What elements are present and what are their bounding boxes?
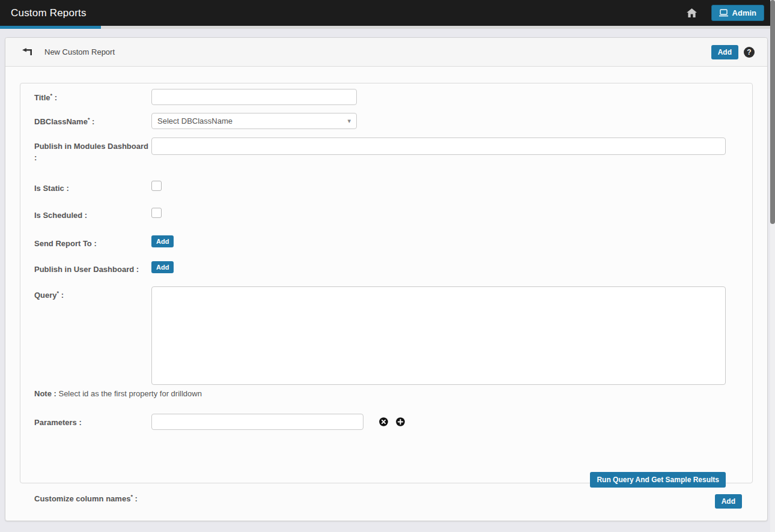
top-bar: Custom Reports Admin bbox=[0, 0, 770, 26]
panel-add-button[interactable]: Add bbox=[711, 45, 738, 59]
note-text: Select id as the first property for dril… bbox=[56, 389, 202, 398]
dbclassname-selected-value: Select DBClassName bbox=[157, 116, 232, 125]
publish-user-dashboard-add-button[interactable]: Add bbox=[151, 261, 174, 273]
field-row-title: Title* : bbox=[34, 89, 726, 105]
card-body: Title* : DBClassName* : Select DBClassNa… bbox=[5, 67, 767, 509]
admin-button[interactable]: Admin bbox=[711, 5, 764, 21]
custom-report-card: New Custom Report Add ? Title* : DBClass… bbox=[5, 37, 768, 521]
dbclassname-select[interactable]: Select DBClassName ▾ bbox=[151, 113, 357, 129]
field-row-parameters: Parameters : bbox=[34, 414, 726, 430]
topbar-actions: Admin bbox=[687, 5, 770, 21]
note-label: Note : bbox=[34, 389, 56, 398]
field-row-dbclassname: DBClassName* : Select DBClassName ▾ bbox=[34, 113, 726, 129]
parameters-label: Parameters : bbox=[34, 414, 151, 429]
title-label: Title* : bbox=[34, 89, 151, 104]
is-scheduled-checkbox[interactable] bbox=[151, 208, 162, 218]
panel-title: New Custom Report bbox=[44, 47, 711, 56]
query-textarea[interactable] bbox=[151, 286, 726, 385]
question-icon[interactable]: ? bbox=[744, 47, 755, 58]
publish-modules-label: Publish in Modules Dashboard : bbox=[34, 138, 151, 164]
plus-circle-icon[interactable] bbox=[396, 417, 405, 426]
x-circle-icon[interactable] bbox=[379, 417, 388, 426]
card-header: New Custom Report Add ? bbox=[5, 38, 767, 67]
send-report-to-add-button[interactable]: Add bbox=[151, 235, 174, 247]
run-query-button[interactable]: Run Query And Get Sample Results bbox=[590, 472, 726, 488]
field-row-send-report-to: Send Report To : Add bbox=[34, 235, 726, 250]
title-input[interactable] bbox=[151, 89, 357, 105]
page-scrollbar[interactable] bbox=[770, 0, 775, 532]
field-row-query: Query* : bbox=[34, 286, 726, 385]
parameter-actions bbox=[379, 414, 405, 426]
laptop-icon bbox=[719, 9, 728, 17]
customize-columns-label: Customize column names* : bbox=[34, 493, 138, 505]
home-icon[interactable] bbox=[687, 8, 697, 17]
report-form: Title* : DBClassName* : Select DBClassNa… bbox=[20, 83, 753, 483]
query-note: Note : Select id as the first property f… bbox=[34, 389, 726, 398]
tab-strip bbox=[0, 26, 770, 29]
return-arrow-icon[interactable] bbox=[22, 48, 32, 56]
chevron-down-icon: ▾ bbox=[347, 117, 351, 125]
field-row-is-scheduled: Is Scheduled : bbox=[34, 207, 726, 222]
is-static-label: Is Static : bbox=[34, 180, 151, 195]
parameters-input[interactable] bbox=[151, 414, 363, 430]
admin-button-label: Admin bbox=[732, 8, 756, 17]
field-row-is-static: Is Static : bbox=[34, 180, 726, 195]
is-static-checkbox[interactable] bbox=[151, 181, 162, 191]
page-title: Custom Reports bbox=[0, 7, 87, 19]
field-row-publish-user-dashboard: Publish in User Dashboard : Add bbox=[34, 261, 726, 276]
query-label: Query* : bbox=[34, 286, 151, 301]
field-row-publish-modules: Publish in Modules Dashboard : bbox=[34, 138, 726, 164]
is-scheduled-label: Is Scheduled : bbox=[34, 207, 151, 222]
dbclassname-label: DBClassName* : bbox=[34, 113, 151, 128]
publish-user-dashboard-label: Publish in User Dashboard : bbox=[34, 261, 151, 276]
footer-add-button[interactable]: Add bbox=[715, 494, 742, 509]
publish-modules-input[interactable] bbox=[151, 138, 726, 155]
send-report-to-label: Send Report To : bbox=[34, 235, 151, 250]
active-tab-underline bbox=[0, 26, 101, 29]
scrollbar-thumb[interactable] bbox=[770, 0, 775, 224]
